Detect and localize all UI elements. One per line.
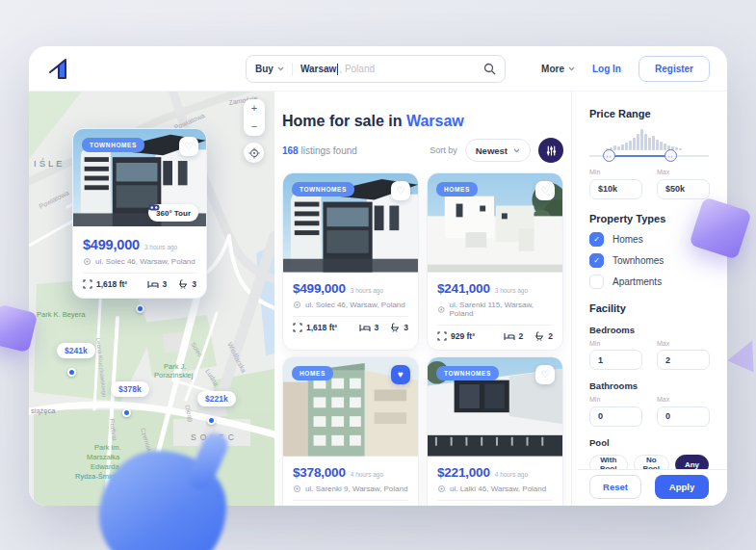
- facility-title: Facility: [589, 302, 709, 314]
- tour-label: 360° Tour: [156, 209, 191, 218]
- favorite-button[interactable]: [391, 365, 410, 384]
- checkbox-icon[interactable]: ✓: [589, 253, 604, 268]
- slider-handle-max[interactable]: ‹›: [665, 149, 677, 162]
- listing-time: 3 hours ago: [144, 244, 177, 250]
- area-icon: [83, 279, 92, 289]
- map-location-dot[interactable]: [136, 304, 144, 313]
- search-icon[interactable]: [483, 63, 496, 75]
- listing-address: ul. Solec 46, Warsaw, Poland: [95, 257, 196, 266]
- listing-price: $499,000: [83, 237, 140, 252]
- bed-icon: [147, 280, 159, 289]
- favorite-button[interactable]: [391, 181, 410, 200]
- map-panel[interactable]: Zamoście Powiatowa Powiatowa IŚLE Park K…: [29, 92, 274, 506]
- location-pin-icon: [437, 305, 445, 314]
- listing-time: 4 hours ago: [495, 471, 528, 478]
- listing-card[interactable]: TOWNHOMES $499,000 3 hours ago ul. Solec…: [282, 172, 419, 351]
- map-price-pin[interactable]: $221k: [197, 391, 236, 406]
- checkbox-icon[interactable]: ✓: [589, 232, 604, 247]
- listing-price: $241,000: [437, 281, 490, 296]
- listing-beds: 3: [163, 279, 168, 289]
- checkbox-townhomes[interactable]: ✓ Townhomes: [589, 253, 709, 268]
- price-min-input[interactable]: [589, 179, 642, 199]
- pool-title: Pool: [589, 437, 709, 448]
- favorite-button[interactable]: [535, 365, 555, 384]
- svg-text:Marszałka: Marszałka: [87, 453, 120, 461]
- bathrooms-title: Bathrooms: [589, 380, 709, 391]
- listing-time: 3 hours ago: [495, 287, 528, 294]
- map-label-park-rydza: Park im.: [94, 443, 121, 452]
- map-zoom-in-button[interactable]: +: [251, 103, 257, 114]
- min-label: Min: [589, 169, 642, 175]
- bath-icon: [534, 331, 544, 341]
- map-price-pin[interactable]: $241k: [57, 343, 95, 358]
- slider-handle-min[interactable]: ‹›: [603, 149, 615, 162]
- page-title-city: Warsaw: [406, 113, 464, 129]
- page-title: Home for sale in Warsaw: [282, 113, 563, 130]
- apply-button[interactable]: Apply: [655, 475, 709, 499]
- app-logo[interactable]: [46, 57, 69, 80]
- listing-baths: 3: [404, 323, 408, 332]
- price-range-title: Price Range: [589, 108, 709, 119]
- listing-card[interactable]: TOWNHOMES $221,000 4 hours ago ul. Lalki…: [427, 356, 563, 506]
- favorite-button[interactable]: [179, 137, 198, 156]
- listing-photo: HOMES: [428, 173, 562, 274]
- column-divider: [571, 92, 572, 506]
- listing-photo: HOMES: [283, 357, 418, 458]
- decor-triangle: [727, 334, 756, 373]
- featured-listing-card[interactable]: TOWNHOMES 360° Tour $499,000 3 hours ago: [72, 128, 207, 299]
- listing-price: $378,000: [293, 465, 346, 480]
- more-menu[interactable]: More: [541, 64, 575, 74]
- search-input[interactable]: Warsaw: [300, 64, 336, 74]
- buy-dropdown[interactable]: Buy: [255, 64, 274, 74]
- listing-price: $221,000: [437, 465, 490, 480]
- map-locate-button[interactable]: [244, 143, 264, 163]
- sort-dropdown[interactable]: Newest: [465, 139, 531, 162]
- listing-info: $499,000 3 hours ago ul. Solec 46, Warsa…: [73, 229, 206, 298]
- register-button[interactable]: Register: [639, 56, 710, 82]
- map-label-park-beyera: Park K. Beyera: [37, 310, 86, 319]
- map-label-powisle: IŚLE: [34, 158, 65, 169]
- listing-baths: 3: [192, 279, 196, 289]
- checkbox-apartments[interactable]: ✓ Apartments: [589, 275, 709, 289]
- price-max-input[interactable]: [657, 179, 710, 199]
- bedrooms-title: Bedrooms: [589, 325, 709, 335]
- listing-type-badge: HOMES: [436, 182, 478, 196]
- tour-360-button[interactable]: 360° Tour: [148, 204, 198, 222]
- bathrooms-min-input[interactable]: [589, 406, 642, 427]
- reset-button[interactable]: Reset: [589, 475, 641, 499]
- listing-card[interactable]: HOMES $378,000 4 hours ago ul. Sarenki 9…: [282, 356, 419, 506]
- listing-time: 3 hours ago: [351, 287, 383, 294]
- chevron-down-icon: [568, 66, 575, 71]
- favorite-button[interactable]: [535, 181, 555, 200]
- listing-photo: TOWNHOMES: [283, 173, 418, 274]
- listings-toolbar: 168 listings found Sort by Newest: [282, 138, 563, 163]
- map-location-dot[interactable]: [122, 408, 131, 417]
- map-label-park-porazinskiej: Park J.: [164, 362, 186, 371]
- search-bar[interactable]: Buy Warsaw , Poland: [246, 55, 506, 83]
- listing-photo: TOWNHOMES 360° Tour: [73, 129, 206, 229]
- map-price-pin[interactable]: $378k: [111, 381, 149, 397]
- sort-by-label: Sort by: [430, 145, 457, 155]
- bedrooms-min-input[interactable]: [589, 350, 642, 370]
- map-zoom-out-button[interactable]: −: [251, 121, 257, 132]
- price-histogram: [606, 127, 683, 150]
- listing-card[interactable]: HOMES $241,000 3 hours ago ul. Sarenki 1…: [427, 172, 563, 351]
- login-link[interactable]: Log In: [592, 64, 621, 74]
- bathrooms-max-input[interactable]: [657, 406, 710, 427]
- listing-beds: 3: [375, 323, 379, 332]
- property-types-title: Property Types: [589, 213, 709, 224]
- bedrooms-max-input[interactable]: [657, 350, 710, 370]
- listing-photo: TOWNHOMES: [428, 357, 562, 458]
- top-bar: Buy Warsaw , Poland More Log In: [29, 46, 727, 92]
- map-location-dot[interactable]: [67, 368, 76, 377]
- sliders-icon: [546, 145, 557, 156]
- map-controls: + −: [244, 99, 265, 163]
- bath-icon: [178, 279, 188, 289]
- area-icon: [437, 331, 447, 341]
- checkbox-icon[interactable]: ✓: [589, 275, 604, 289]
- price-range-slider[interactable]: ‹› ‹›: [589, 149, 709, 163]
- app-window: Buy Warsaw , Poland More Log In: [29, 46, 727, 506]
- listing-price: $499,000: [293, 281, 346, 296]
- filters-button[interactable]: [538, 138, 563, 163]
- map-location-dot[interactable]: [207, 416, 216, 425]
